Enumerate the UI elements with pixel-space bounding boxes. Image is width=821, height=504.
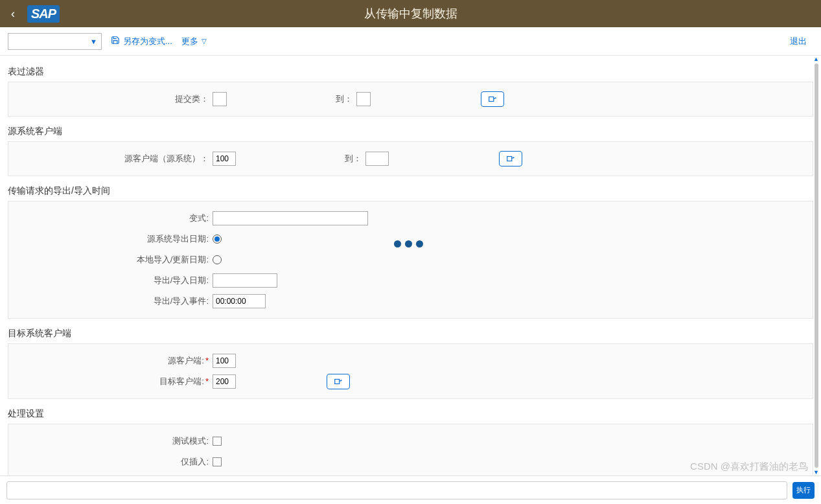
scroll-indicator[interactable]: ▲ ▼ xyxy=(813,56,820,475)
submit-type-from-input[interactable] xyxy=(213,92,227,106)
chevron-down-icon: ▽ xyxy=(202,38,207,45)
submit-type-label: 提交类： xyxy=(15,93,213,105)
panel-source-client: 源客户端（源系统）： 到： xyxy=(8,141,813,176)
command-input[interactable] xyxy=(6,481,787,499)
export-import-event-label: 导出/导入事件: xyxy=(15,295,213,307)
section-process-settings-title: 处理设置 xyxy=(8,408,813,420)
section-target-client-title: 目标系统客户端 xyxy=(8,328,813,339)
source-client-label: 源客户端（源系统）： xyxy=(15,153,213,165)
section-transport-time-title: 传输请求的导出/导入时间 xyxy=(8,185,813,197)
save-icon xyxy=(111,36,120,47)
local-import-date-radio[interactable] xyxy=(213,255,222,264)
back-button[interactable]: ‹ xyxy=(0,0,26,27)
more-label: 更多 xyxy=(181,36,198,47)
test-mode-checkbox[interactable] xyxy=(213,437,222,446)
source-client-from-input[interactable] xyxy=(213,152,236,166)
svg-rect-2 xyxy=(335,380,340,384)
variant-label: 变式: xyxy=(15,212,213,224)
source-export-date-label: 源系统导出日期: xyxy=(15,233,213,245)
source-client-to-input[interactable] xyxy=(365,152,389,166)
variant-input[interactable] xyxy=(213,211,368,225)
submit-type-to-input[interactable] xyxy=(356,92,371,106)
export-import-date-input[interactable] xyxy=(213,273,277,288)
panel-table-filter: 提交类： 到： xyxy=(8,82,813,117)
target-source-client-input[interactable] xyxy=(213,354,236,368)
svg-rect-0 xyxy=(489,97,494,102)
multi-select-button[interactable] xyxy=(327,374,350,389)
save-as-variant-button[interactable]: 另存为变式... xyxy=(111,36,172,47)
target-client-label: 目标客户端:* xyxy=(15,376,213,387)
svg-rect-1 xyxy=(507,157,512,161)
loading-indicator xyxy=(394,240,423,247)
section-source-client-title: 源系统客户端 xyxy=(8,126,813,137)
to-label: 到： xyxy=(227,93,356,105)
panel-target-client: 源客户端:* 目标客户端:* xyxy=(8,343,813,399)
execute-button[interactable]: 执行 xyxy=(792,482,815,499)
chevron-down-icon: ▼ xyxy=(90,38,97,45)
more-button[interactable]: 更多 ▽ xyxy=(181,36,207,47)
local-import-date-label: 本地导入/更新日期: xyxy=(15,254,213,266)
test-mode-label: 测试模式: xyxy=(15,435,213,447)
panel-process-settings: 测试模式: 仅插入: 容忍客户端角色"生产": xyxy=(8,424,813,475)
export-import-date-label: 导出/导入日期: xyxy=(15,275,213,286)
multi-select-button[interactable] xyxy=(481,91,504,107)
save-variant-label: 另存为变式... xyxy=(123,36,172,47)
insert-only-label: 仅插入: xyxy=(15,456,213,468)
insert-only-checkbox[interactable] xyxy=(213,457,222,466)
to-label: 到： xyxy=(236,153,365,165)
source-export-date-radio[interactable] xyxy=(213,235,222,244)
variant-select[interactable]: ▼ xyxy=(8,33,102,50)
target-source-client-label: 源客户端:* xyxy=(15,355,213,367)
panel-transport-time: 变式: 源系统导出日期: 本地导入/更新日期: 导出/导入日期: 导出/导入事件… xyxy=(8,201,813,319)
page-title: 从传输中复制数据 xyxy=(364,6,457,21)
target-client-input[interactable] xyxy=(213,374,236,389)
section-table-filter-title: 表过滤器 xyxy=(8,66,813,78)
export-import-event-input[interactable] xyxy=(213,294,266,308)
exit-button[interactable]: 退出 xyxy=(790,36,807,47)
multi-select-button[interactable] xyxy=(499,151,522,166)
sap-logo: SAP xyxy=(27,5,60,23)
